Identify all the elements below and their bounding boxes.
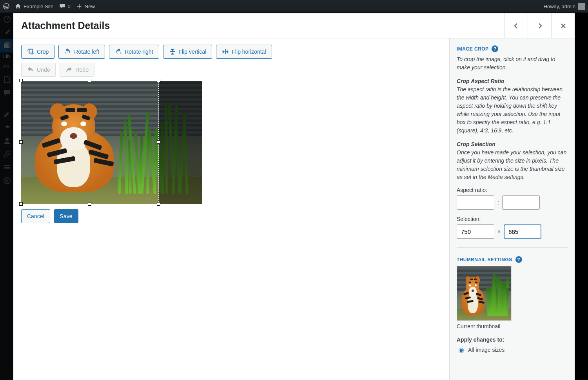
crop-handle-e[interactable] — [157, 140, 160, 144]
admin-bar: Example Site 0 New Howdy, admin — [0, 0, 588, 13]
new-label: New — [85, 4, 95, 9]
undo-button: Undo — [21, 63, 56, 77]
site-link[interactable]: Example Site — [15, 3, 54, 9]
save-label: Save — [60, 213, 73, 219]
thumbnail-settings-heading: THUMBNAIL SETTINGS — [457, 257, 512, 262]
apply-all-sizes-radio[interactable] — [459, 348, 464, 353]
wp-logo[interactable] — [3, 3, 9, 9]
crop-handle-nw[interactable] — [19, 79, 23, 82]
modal-title: Attachment Details — [21, 20, 110, 31]
crop-button[interactable]: Crop — [21, 45, 54, 59]
rotate-right-label: Rotate right — [125, 49, 153, 55]
image-crop-heading: IMAGE CROP — [457, 46, 488, 52]
flip-vertical-label: Flip vertical — [179, 49, 207, 55]
apply-all-sizes-option[interactable]: All image sizes — [457, 347, 568, 353]
image-crop-intro: To crop the image, click on it and drag … — [457, 55, 568, 72]
aspect-height-input[interactable] — [502, 195, 540, 210]
undo-label: Undo — [37, 67, 50, 73]
image-editor-pane: Crop Rotate left Rotate right Flip verti… — [13, 38, 449, 380]
cancel-button[interactable]: Cancel — [21, 209, 50, 223]
flip-horizontal-button[interactable]: Flip horizontal — [216, 45, 272, 59]
rotate-right-button[interactable]: Rotate right — [109, 45, 159, 59]
apply-all-sizes-label: All image sizes — [468, 347, 505, 353]
next-attachment-button[interactable] — [528, 13, 551, 38]
comments-count: 0 — [68, 4, 71, 9]
prev-attachment-button[interactable] — [504, 13, 528, 38]
current-thumbnail — [457, 266, 512, 321]
close-button[interactable] — [551, 13, 575, 38]
attachment-details-modal: Attachment Details Crop Rotate le — [13, 13, 575, 380]
selection-height-input[interactable] — [504, 224, 541, 239]
image-crop-sidebar: IMAGE CROP ? To crop the image, click on… — [449, 38, 575, 380]
redo-button: Redo — [60, 63, 94, 77]
crop-handle-se[interactable] — [157, 202, 160, 206]
crop-selection-title: Crop Selection — [457, 141, 495, 147]
crop-handle-w[interactable] — [19, 140, 23, 144]
image-crop-help-icon[interactable]: ? — [492, 45, 498, 52]
redo-label: Redo — [75, 67, 88, 73]
flip-horizontal-label: Flip horizontal — [232, 49, 266, 55]
crop-handle-ne[interactable] — [157, 79, 160, 82]
thumbnail-help-icon[interactable]: ? — [515, 256, 522, 263]
crop-handle-sw[interactable] — [19, 202, 23, 206]
selection-separator: × — [497, 228, 501, 235]
crop-selection-body: Once you have made your selection, you c… — [457, 149, 566, 180]
selection-label: Selection: — [457, 216, 568, 222]
new-link[interactable]: New — [76, 3, 95, 9]
crop-handle-n[interactable] — [88, 79, 91, 82]
thumbnail-caption: Current thumbnail — [457, 323, 568, 329]
crop-label: Crop — [37, 49, 49, 55]
aspect-ratio-title: Crop Aspect Ratio — [457, 78, 505, 84]
howdy-text: Howdy, admin — [544, 4, 575, 9]
aspect-width-input[interactable] — [457, 195, 494, 210]
rotate-left-button[interactable]: Rotate left — [58, 45, 105, 59]
crop-handle-s[interactable] — [88, 202, 91, 206]
aspect-ratio-label: Aspect ratio: — [457, 187, 568, 193]
crop-selection[interactable] — [21, 81, 158, 204]
save-button[interactable]: Save — [54, 209, 78, 223]
flip-vertical-button[interactable]: Flip vertical — [163, 45, 212, 59]
image-crop-canvas[interactable] — [21, 81, 202, 204]
rotate-left-label: Rotate left — [74, 49, 99, 55]
site-name: Example Site — [24, 4, 54, 9]
aspect-separator: : — [497, 199, 499, 206]
howdy-link[interactable]: Howdy, admin — [544, 3, 585, 10]
avatar — [578, 3, 585, 10]
cancel-label: Cancel — [27, 213, 44, 219]
selection-width-input[interactable] — [457, 224, 494, 239]
apply-changes-label: Apply changes to: — [457, 337, 568, 343]
modal-header: Attachment Details — [13, 13, 575, 38]
comments-link[interactable]: 0 — [59, 3, 71, 9]
aspect-ratio-body: The aspect ratio is the relationship bet… — [457, 86, 563, 134]
